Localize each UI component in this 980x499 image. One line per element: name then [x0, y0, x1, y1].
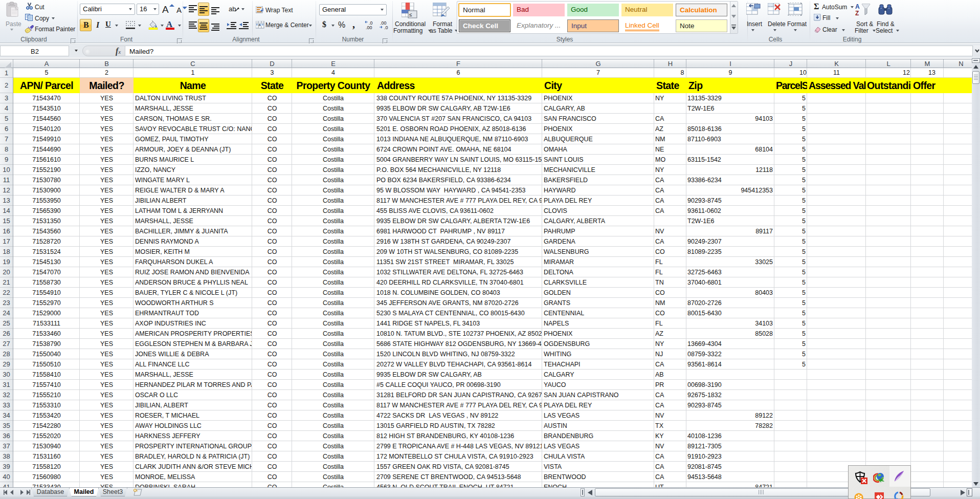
svg-text:.00: .00	[366, 25, 372, 30]
svg-text:ab: ab	[229, 5, 236, 13]
svg-text:A: A	[855, 3, 860, 10]
svg-text:Z: Z	[855, 10, 859, 16]
svg-text:.0: .0	[384, 25, 388, 30]
svg-text:a: a	[258, 23, 261, 27]
svg-text:≤: ≤	[409, 12, 412, 17]
